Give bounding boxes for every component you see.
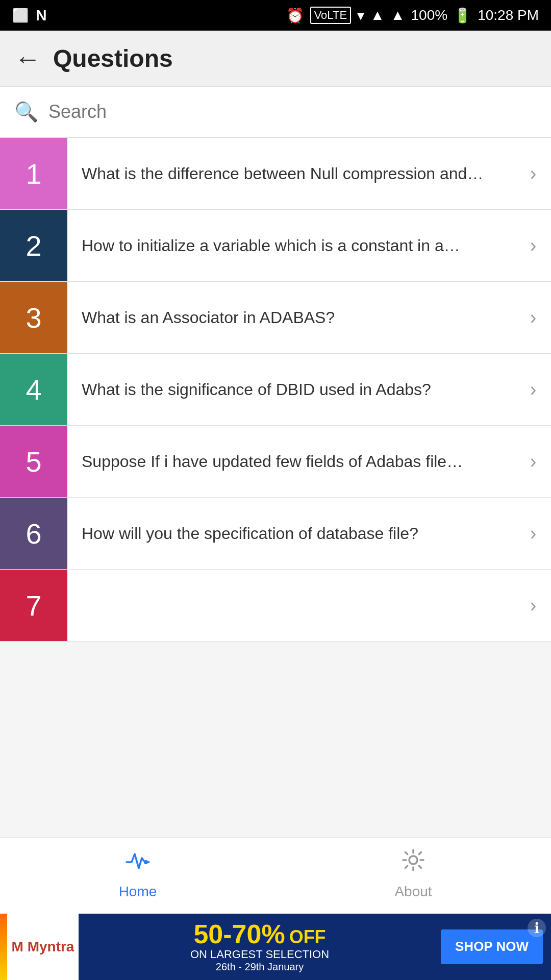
chevron-right-icon: ›	[515, 210, 551, 281]
question-list: 1 What is the difference between Null co…	[0, 138, 551, 642]
home-activity-icon	[124, 847, 151, 879]
question-number-box: 6	[0, 498, 67, 569]
question-number-box: 5	[0, 426, 67, 497]
signal2-icon: ▲	[391, 7, 405, 23]
page-title: Questions	[53, 44, 173, 72]
battery-icon: 🔋	[454, 7, 471, 24]
back-button[interactable]: ←	[14, 43, 41, 74]
about-nav-label: About	[394, 884, 432, 900]
question-text: How to initialize a variable which is a …	[67, 210, 515, 281]
ad-dates: 26th - 29th January	[216, 961, 304, 973]
question-number: 7	[26, 589, 41, 622]
chevron-right-icon: ›	[515, 498, 551, 569]
alarm-icon: ⏰	[286, 7, 304, 24]
ad-shop-button[interactable]: SHOP NOW	[441, 929, 543, 964]
nav-item-home[interactable]: Home	[0, 847, 276, 900]
question-number-box: 3	[0, 282, 67, 353]
ad-color-strip	[0, 914, 7, 980]
chevron-right-icon: ›	[515, 426, 551, 497]
bottom-navigation: Home About	[0, 837, 551, 914]
home-nav-label: Home	[119, 884, 157, 900]
chevron-right-icon: ›	[515, 138, 551, 209]
svg-point-0	[144, 860, 148, 864]
question-number: 4	[26, 373, 41, 406]
photo-icon: ⬜	[12, 8, 29, 23]
list-item[interactable]: 3 What is an Associator in ADABAS? ›	[0, 282, 551, 354]
clock: 10:28 PM	[478, 7, 539, 23]
about-gear-icon	[400, 847, 427, 879]
list-item[interactable]: 7 ›	[0, 570, 551, 642]
question-number: 6	[26, 517, 41, 550]
search-input[interactable]	[48, 101, 537, 122]
question-text: What is the difference between Null comp…	[67, 138, 515, 209]
question-number-box: 7	[0, 570, 67, 641]
question-text: Suppose If i have updated few fields of …	[67, 426, 515, 497]
nav-item-about[interactable]: About	[276, 847, 551, 900]
status-right-icons: ⏰ VoLTE ▾ ▲ ▲ 100% 🔋 10:28 PM	[286, 7, 539, 24]
volte-badge: VoLTE	[310, 7, 351, 24]
ad-banner[interactable]: M Myntra 50-70% OFF ON LARGEST SELECTION…	[0, 914, 551, 980]
question-number-box: 1	[0, 138, 67, 209]
question-text: What is an Associator in ADABAS?	[67, 282, 515, 353]
question-number: 3	[26, 301, 41, 334]
status-left-icons: ⬜ N	[12, 7, 47, 24]
status-bar: ⬜ N ⏰ VoLTE ▾ ▲ ▲ 100% 🔋 10:28 PM	[0, 0, 551, 31]
question-text	[67, 570, 515, 641]
ad-discount-value: 50-70%	[193, 921, 285, 947]
list-item[interactable]: 6 How will you the specification of data…	[0, 498, 551, 570]
ad-info-icon[interactable]: ℹ	[528, 919, 546, 937]
question-text: How will you the specification of databa…	[67, 498, 515, 569]
list-item[interactable]: 4 What is the significance of DBID used …	[0, 354, 551, 426]
header: ← Questions	[0, 31, 551, 87]
ad-discount-suffix: OFF	[289, 926, 326, 948]
question-number: 1	[26, 157, 41, 190]
question-number-box: 4	[0, 354, 67, 425]
list-item[interactable]: 5 Suppose If i have updated few fields o…	[0, 426, 551, 498]
question-number: 2	[26, 229, 41, 262]
ad-content: 50-70% OFF ON LARGEST SELECTION 26th - 2…	[79, 921, 441, 973]
list-item[interactable]: 1 What is the difference between Null co…	[0, 138, 551, 210]
list-item[interactable]: 2 How to initialize a variable which is …	[0, 210, 551, 282]
search-bar: 🔍	[0, 87, 551, 138]
ad-subtext: ON LARGEST SELECTION	[190, 948, 329, 961]
ad-logo-text: M Myntra	[12, 939, 74, 955]
question-number-box: 2	[0, 210, 67, 281]
chevron-right-icon: ›	[515, 354, 551, 425]
chevron-right-icon: ›	[515, 570, 551, 641]
svg-point-1	[409, 856, 417, 864]
n-icon: N	[36, 7, 47, 24]
ad-logo: M Myntra	[7, 914, 79, 980]
search-icon: 🔍	[14, 101, 38, 123]
wifi-icon: ▾	[357, 7, 364, 24]
signal-icon: ▲	[370, 7, 385, 23]
question-text: What is the significance of DBID used in…	[67, 354, 515, 425]
battery-percent: 100%	[411, 7, 448, 23]
chevron-right-icon: ›	[515, 282, 551, 353]
question-number: 5	[26, 445, 41, 478]
